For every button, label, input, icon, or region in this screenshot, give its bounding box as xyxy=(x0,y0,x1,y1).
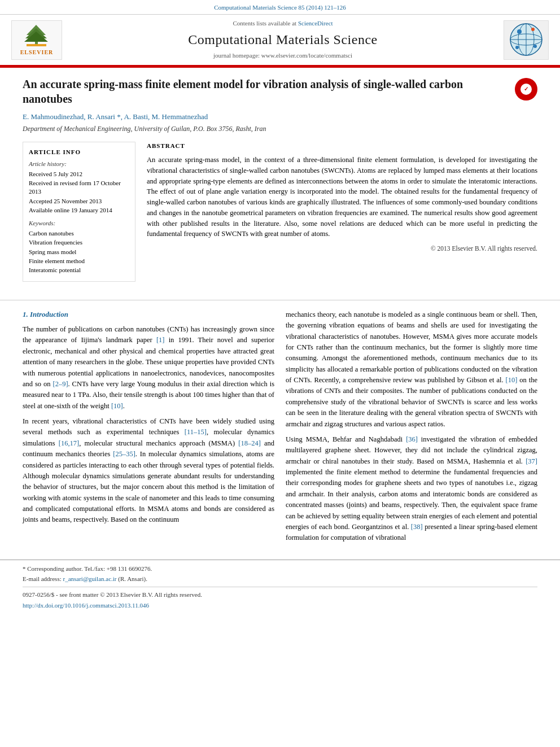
article-history-label: Article history: xyxy=(29,160,129,168)
authors-line: E. Mahmoudinezhad, R. Ansari *, A. Basti… xyxy=(23,112,537,122)
article-body: An accurate spring-mass finite element m… xyxy=(0,68,560,291)
ref-38-link[interactable]: [38] xyxy=(411,523,423,531)
article-title-text: An accurate spring-mass finite element m… xyxy=(23,77,509,106)
doi-footnote: http://dx.doi.org/10.1016/j.commatsci.20… xyxy=(23,601,537,610)
journal-logo-right xyxy=(504,20,549,60)
email-footnote: E-mail address: r_ansari@guilan.ac.ir (R… xyxy=(23,575,537,583)
email-link[interactable]: r_ansari@guilan.ac.ir xyxy=(63,575,116,582)
svg-point-11 xyxy=(531,28,535,31)
ref-10b-link[interactable]: [10] xyxy=(506,376,518,384)
introduction-heading: 1. Introduction xyxy=(23,309,274,320)
keywords-label: Keywords: xyxy=(29,219,129,228)
crossmark-icon: ✓ xyxy=(520,84,532,95)
right-paragraph-2: Using MSMA, Behfar and Naghdabadi [36] i… xyxy=(286,434,537,544)
section-divider xyxy=(0,300,560,300)
affiliation-line: Department of Mechanical Engineering, Un… xyxy=(23,124,537,134)
keyword-2: Vibration frequencies xyxy=(29,238,129,247)
abstract-text: An accurate spring-mass model, in the co… xyxy=(147,155,537,239)
journal-homepage: journal homepage: www.elsevier.com/locat… xyxy=(68,51,498,60)
journal-globe-icon xyxy=(508,21,545,58)
elsevier-text: ELSEVIER xyxy=(20,49,54,56)
journal-ref-text: Computational Materials Science 85 (2014… xyxy=(214,4,346,11)
issn-footnote: 0927-0256/$ - see front matter © 2013 El… xyxy=(23,591,537,599)
keyword-3: Spring mass model xyxy=(29,248,129,256)
ref-18-24-link[interactable]: [18–24] xyxy=(238,439,261,447)
abstract-section: Abstract An accurate spring-mass model, … xyxy=(147,142,537,282)
ref-25-35-link[interactable]: [25–35] xyxy=(113,450,135,458)
journal-reference-bar: Computational Materials Science 85 (2014… xyxy=(0,0,560,15)
right-paragraph-1: mechanics theory, each nanotube is model… xyxy=(286,309,537,430)
elsevier-logo: ELSEVIER xyxy=(20,24,54,56)
ref-37-link[interactable]: [37] xyxy=(526,457,537,465)
journal-center: Contents lists available at ScienceDirec… xyxy=(68,19,498,60)
doi-link[interactable]: http://dx.doi.org/10.1016/j.commatsci.20… xyxy=(23,602,149,609)
intro-paragraph-2: In recent years, vibrational characteris… xyxy=(23,416,274,526)
article-info-box: Article Info Article history: Received 5… xyxy=(23,142,135,282)
ref-16-17-link[interactable]: [16,17] xyxy=(59,439,79,447)
copyright-line: © 2013 Elsevier B.V. All rights reserved… xyxy=(147,244,537,253)
crossmark-badge: ✓ xyxy=(515,78,537,101)
ref-2-9-link[interactable]: [2–9] xyxy=(53,380,68,388)
contents-line: Contents lists available at ScienceDirec… xyxy=(68,19,498,28)
svg-point-12 xyxy=(533,45,537,48)
ref-1-link[interactable]: [1] xyxy=(156,336,165,344)
keyword-1: Carbon nanotubes xyxy=(29,229,129,238)
received-date: Received 5 July 2012 xyxy=(29,170,129,178)
ref-10-link[interactable]: [10] xyxy=(111,402,123,410)
keyword-4: Finite element method xyxy=(29,257,129,265)
svg-point-13 xyxy=(515,46,519,49)
right-column: mechanics theory, each nanotube is model… xyxy=(286,309,537,548)
article-info-heading: Article Info xyxy=(29,148,129,156)
article-dates: Article history: Received 5 July 2012 Re… xyxy=(29,160,129,215)
left-column: 1. Introduction The number of publicatio… xyxy=(23,309,274,548)
article-title-row: An accurate spring-mass finite element m… xyxy=(23,77,537,106)
revised-date: Received in revised form 17 October 2013 xyxy=(29,179,129,196)
elsevier-logo-container: ELSEVIER xyxy=(11,20,62,60)
keywords-section: Keywords: Carbon nanotubes Vibration fre… xyxy=(29,219,129,274)
elsevier-tree-icon xyxy=(21,24,52,47)
ref-11-15-link[interactable]: [11–15] xyxy=(185,428,207,436)
abstract-heading: Abstract xyxy=(147,142,537,150)
intro-paragraph-1: The number of publications on carbon nan… xyxy=(23,324,274,412)
article-info-abstract-row: Article Info Article history: Received 5… xyxy=(23,142,537,282)
keyword-5: Interatomic potential xyxy=(29,266,129,274)
available-date: Available online 19 January 2014 xyxy=(29,206,129,215)
accepted-date: Accepted 25 November 2013 xyxy=(29,197,129,206)
main-content: 1. Introduction The number of publicatio… xyxy=(0,309,560,560)
journal-header: ELSEVIER Contents lists available at Sci… xyxy=(0,15,560,65)
corresponding-footnote: * Corresponding author. Tel./fax: +98 13… xyxy=(23,565,537,573)
svg-rect-4 xyxy=(27,44,46,46)
journal-title: Computational Materials Science xyxy=(68,30,498,50)
sciencedirect-link[interactable]: ScienceDirect xyxy=(298,20,333,27)
ref-36-link[interactable]: [36] xyxy=(406,435,418,443)
svg-point-10 xyxy=(517,29,522,34)
footnote-section: * Corresponding author. Tel./fax: +98 13… xyxy=(0,560,560,614)
